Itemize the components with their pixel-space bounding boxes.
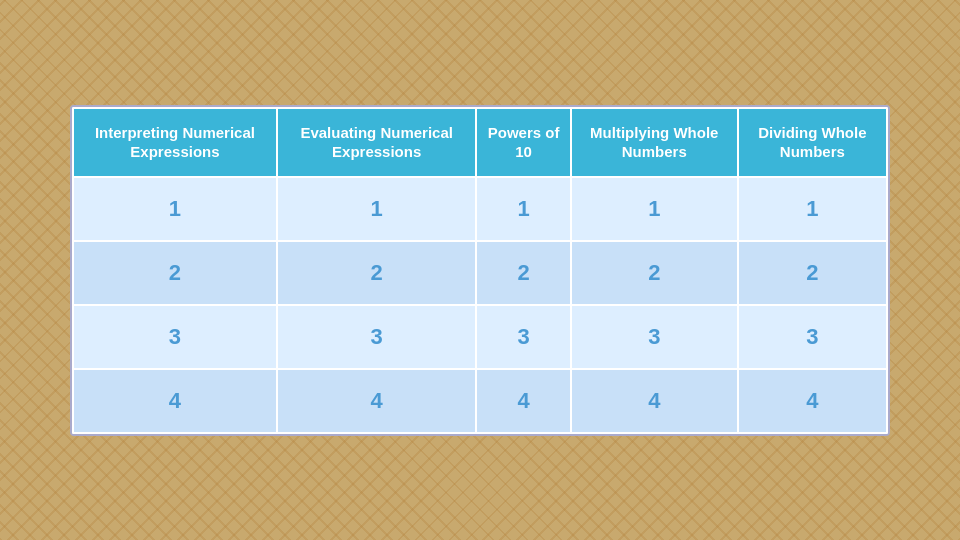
table-cell[interactable]: 1 — [738, 177, 887, 241]
col-multiplying-header: Multiplying Whole Numbers — [571, 108, 738, 177]
table-cell[interactable]: 2 — [738, 241, 887, 305]
table-row: 11111 — [73, 177, 887, 241]
table-cell[interactable]: 1 — [476, 177, 570, 241]
table-cell[interactable]: 2 — [476, 241, 570, 305]
table-cell[interactable]: 1 — [277, 177, 477, 241]
table-cell[interactable]: 3 — [571, 305, 738, 369]
table-cell[interactable]: 4 — [476, 369, 570, 433]
table-cell[interactable]: 1 — [73, 177, 277, 241]
table-cell[interactable]: 4 — [571, 369, 738, 433]
table-cell[interactable]: 3 — [277, 305, 477, 369]
table-cell[interactable]: 2 — [277, 241, 477, 305]
col-powers-header: Powers of 10 — [476, 108, 570, 177]
table-cell[interactable]: 3 — [73, 305, 277, 369]
table-cell[interactable]: 4 — [738, 369, 887, 433]
table-body: 11111222223333344444 — [73, 177, 887, 433]
table-row: 33333 — [73, 305, 887, 369]
game-board: Interpreting Numerical Expressions Evalu… — [70, 105, 890, 436]
table-row: 44444 — [73, 369, 887, 433]
table-row: 22222 — [73, 241, 887, 305]
table-cell[interactable]: 3 — [476, 305, 570, 369]
table-cell[interactable]: 2 — [571, 241, 738, 305]
table-cell[interactable]: 1 — [571, 177, 738, 241]
col-dividing-header: Dividing Whole Numbers — [738, 108, 887, 177]
table-cell[interactable]: 3 — [738, 305, 887, 369]
header-row: Interpreting Numerical Expressions Evalu… — [73, 108, 887, 177]
col-interpreting-header: Interpreting Numerical Expressions — [73, 108, 277, 177]
col-evaluating-header: Evaluating Numerical Expressions — [277, 108, 477, 177]
table-cell[interactable]: 4 — [73, 369, 277, 433]
table-cell[interactable]: 4 — [277, 369, 477, 433]
category-table: Interpreting Numerical Expressions Evalu… — [72, 107, 888, 434]
table-cell[interactable]: 2 — [73, 241, 277, 305]
